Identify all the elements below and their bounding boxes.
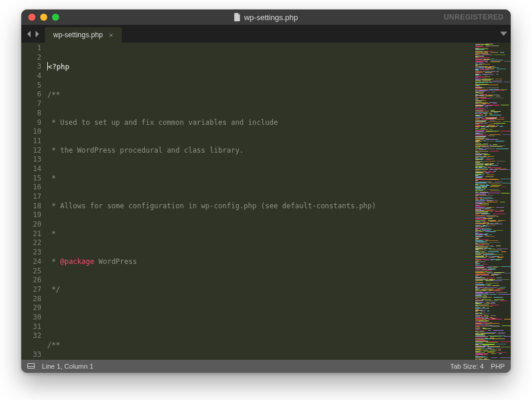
tab-overflow-button[interactable] xyxy=(500,25,507,43)
editor: 1234567891011121314151617181920212223242… xyxy=(21,43,511,360)
editor-window: wp-settings.php UNREGISTERED wp-settings… xyxy=(21,9,511,373)
minimap[interactable] xyxy=(474,43,511,360)
window-title: wp-settings.php xyxy=(21,13,511,22)
tab-wp-settings[interactable]: wp-settings.php × xyxy=(45,27,122,43)
tab-bar: wp-settings.php × xyxy=(21,25,511,43)
gutter: 1234567891011121314151617181920212223242… xyxy=(21,43,47,360)
window-title-text: wp-settings.php xyxy=(244,13,298,22)
file-icon xyxy=(234,13,241,21)
code-area[interactable]: <?php /** * Used to set up and fix commo… xyxy=(47,43,474,360)
zoom-window-button[interactable] xyxy=(52,14,59,21)
titlebar: wp-settings.php UNREGISTERED xyxy=(21,9,511,25)
tab-label: wp-settings.php xyxy=(53,31,103,39)
close-tab-icon[interactable]: × xyxy=(109,31,113,39)
close-window-button[interactable] xyxy=(28,14,35,21)
nav-back-button[interactable] xyxy=(26,28,33,40)
status-syntax[interactable]: PHP xyxy=(491,363,505,370)
status-bar: Line 1, Column 1 Tab Size: 4 PHP xyxy=(21,360,511,373)
unregistered-label: UNREGISTERED xyxy=(444,13,511,21)
minimize-window-button[interactable] xyxy=(40,14,47,21)
window-controls xyxy=(21,14,59,21)
nav-forward-button[interactable] xyxy=(34,28,40,40)
status-tab-size[interactable]: Tab Size: 4 xyxy=(450,363,484,370)
svg-rect-0 xyxy=(28,364,35,369)
panel-toggle-icon[interactable] xyxy=(27,363,35,370)
status-position[interactable]: Line 1, Column 1 xyxy=(42,363,93,370)
nav-arrows xyxy=(21,25,45,43)
